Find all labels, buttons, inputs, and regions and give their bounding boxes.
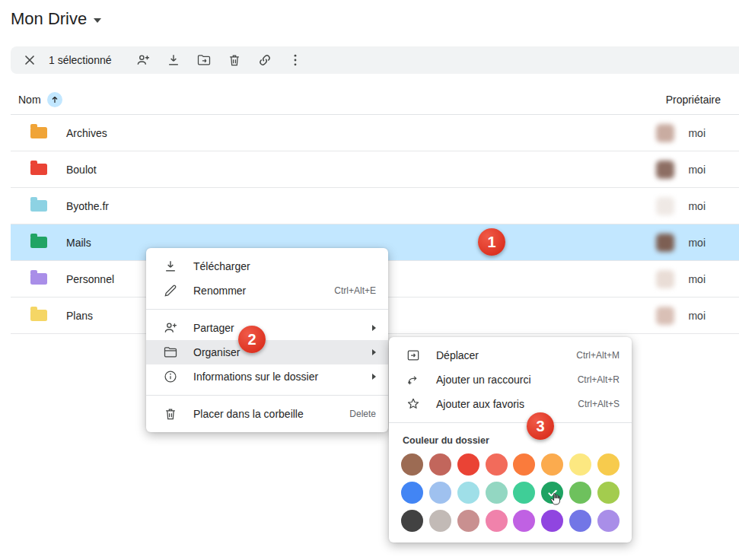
- menu-shortcut: Ctrl+Alt+R: [578, 374, 620, 385]
- owner-avatar: [656, 307, 674, 325]
- color-swatch[interactable]: [569, 482, 591, 504]
- menu-item-label: Renommer: [193, 285, 319, 297]
- name-header-label: Nom: [18, 94, 41, 106]
- menu-item-trash[interactable]: Placer dans la corbeille Delete: [146, 402, 388, 426]
- context-menu: Télécharger Renommer Ctrl+Alt+E Partager…: [146, 248, 388, 432]
- folder-color-section-label: Couleur du dossier: [389, 429, 632, 453]
- download-icon: [163, 259, 178, 274]
- color-swatch[interactable]: [457, 510, 479, 532]
- folder-color-palette: [389, 453, 632, 532]
- callout-badge-3: 3: [527, 412, 554, 440]
- color-swatch[interactable]: [569, 510, 591, 532]
- file-row-boulot[interactable]: Boulot moi: [11, 151, 739, 188]
- folder-icon: [30, 200, 47, 212]
- owner-avatar: [656, 124, 674, 142]
- color-swatch[interactable]: [597, 510, 620, 532]
- folder-icon: [30, 310, 47, 321]
- submenu-item-add-shortcut[interactable]: Ajouter un raccourci Ctrl+Alt+R: [389, 368, 632, 392]
- folder-icon: [30, 237, 47, 248]
- owner-label: moi: [688, 237, 706, 249]
- menu-item-organize[interactable]: Organiser: [146, 340, 388, 364]
- name-column-header[interactable]: Nom: [18, 92, 62, 107]
- color-swatch[interactable]: [429, 510, 451, 532]
- arrow-up-icon[interactable]: [47, 92, 62, 107]
- submenu-item-move[interactable]: Déplacer Ctrl+Alt+M: [389, 343, 632, 368]
- drive-screen: Mon Drive 1 sélectionné Nom: [0, 0, 739, 560]
- folder-icon: [30, 127, 47, 138]
- download-icon[interactable]: [161, 48, 186, 72]
- color-swatch[interactable]: [486, 510, 508, 532]
- list-header: Nom Propriétaire: [11, 84, 739, 115]
- menu-item-download[interactable]: Télécharger: [146, 254, 388, 278]
- color-swatch[interactable]: [541, 453, 563, 476]
- folder-icon: [30, 164, 47, 175]
- move-to-folder-icon[interactable]: [191, 48, 217, 72]
- trash-icon[interactable]: [221, 48, 247, 72]
- color-swatch[interactable]: [541, 510, 563, 532]
- owner-label: moi: [688, 164, 706, 176]
- person-add-icon[interactable]: [130, 48, 156, 72]
- page-title: Mon Drive: [11, 9, 87, 29]
- menu-shortcut: Ctrl+Alt+E: [334, 285, 376, 296]
- callout-badge-2: 2: [238, 326, 266, 353]
- color-swatch[interactable]: [513, 453, 535, 476]
- menu-item-rename[interactable]: Renommer Ctrl+Alt+E: [146, 278, 388, 303]
- menu-shortcut: Delete: [349, 409, 376, 419]
- organize-icon: [163, 345, 178, 360]
- file-name: Boulot: [66, 164, 97, 176]
- menu-item-label: Placer dans la corbeille: [193, 408, 334, 420]
- owner-label: moi: [688, 310, 706, 322]
- color-swatch[interactable]: [401, 453, 423, 476]
- rename-icon: [163, 283, 178, 298]
- my-drive-dropdown[interactable]: Mon Drive: [11, 9, 101, 29]
- file-row-archives[interactable]: Archives moi: [11, 115, 739, 151]
- color-swatch[interactable]: [401, 510, 423, 532]
- menu-item-folder-info[interactable]: Informations sur le dossier: [146, 364, 388, 389]
- owner-label: moi: [688, 200, 706, 212]
- star-icon: [406, 396, 421, 412]
- color-swatch[interactable]: [457, 453, 479, 476]
- owner-label: moi: [688, 273, 706, 285]
- submenu-arrow-icon: [372, 374, 376, 380]
- info-icon: [163, 369, 178, 384]
- menu-shortcut: Ctrl+Alt+S: [578, 399, 620, 409]
- submenu-item-add-favorites[interactable]: Ajouter aux favoris Ctrl+Alt+S: [389, 392, 632, 416]
- color-swatch[interactable]: [513, 482, 535, 504]
- submenu-arrow-icon: [372, 349, 376, 355]
- more-vert-icon[interactable]: [282, 48, 308, 72]
- owner-avatar: [656, 270, 674, 288]
- color-swatch[interactable]: [457, 482, 479, 504]
- menu-item-label: Partager: [193, 322, 357, 334]
- color-swatch[interactable]: [429, 482, 451, 504]
- chevron-down-icon: [94, 18, 101, 23]
- share-icon: [163, 320, 178, 336]
- menu-item-label: Informations sur le dossier: [193, 371, 357, 383]
- link-icon[interactable]: [252, 48, 278, 72]
- file-name: Byothe.fr: [66, 200, 109, 212]
- callout-badge-1: 1: [478, 228, 505, 256]
- close-icon[interactable]: [17, 48, 43, 72]
- color-swatch[interactable]: [597, 482, 620, 504]
- menu-separator: [389, 422, 632, 423]
- file-row-byothe[interactable]: Byothe.fr moi: [11, 188, 739, 224]
- color-swatch[interactable]: [486, 453, 508, 476]
- color-swatch[interactable]: [401, 482, 423, 504]
- file-name: Mails: [66, 237, 91, 249]
- color-swatch[interactable]: [569, 453, 591, 476]
- file-name: Personnel: [66, 273, 114, 285]
- color-swatch[interactable]: [597, 453, 620, 476]
- owner-column-header[interactable]: Propriétaire: [666, 94, 721, 106]
- menu-item-label: Déplacer: [436, 349, 561, 361]
- color-swatch[interactable]: [429, 453, 451, 476]
- file-name: Plans: [66, 310, 93, 322]
- color-swatch[interactable]: [513, 510, 535, 532]
- trash-icon: [163, 406, 178, 422]
- selection-toolbar: 1 sélectionné: [11, 46, 739, 74]
- file-name: Archives: [66, 127, 107, 139]
- hand-cursor-icon: [547, 491, 565, 512]
- menu-shortcut: Ctrl+Alt+M: [576, 350, 620, 361]
- menu-item-share[interactable]: Partager: [146, 316, 388, 340]
- menu-separator: [146, 395, 388, 396]
- owner-avatar: [656, 197, 674, 215]
- color-swatch[interactable]: [486, 482, 508, 504]
